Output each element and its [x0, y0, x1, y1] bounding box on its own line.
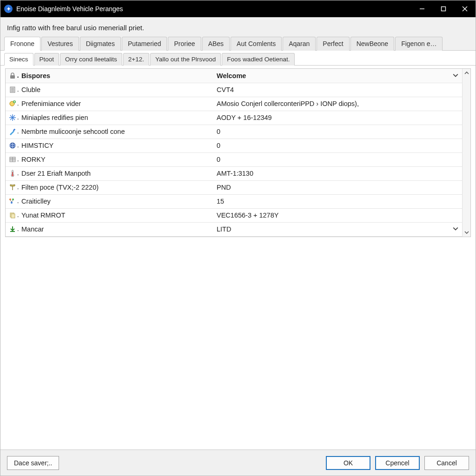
globe-icon: [8, 141, 17, 150]
property-header-name: Bispores: [19, 69, 214, 83]
property-name: Cluble: [19, 83, 214, 97]
property-row[interactable]: Miniaples redifies pienAODY + 16-12349: [6, 111, 462, 125]
property-row[interactable]: Dser 21 Eriaft ManpothAMT-1:3130: [6, 166, 462, 180]
property-table: BisporesWelcomeClubleCVT4Prefenimiance v…: [6, 69, 462, 237]
property-header-value: Welcome: [214, 69, 449, 83]
close-button[interactable]: [454, 0, 476, 17]
property-name: Mancar: [19, 222, 214, 236]
svg-point-30: [9, 198, 11, 200]
property-name: Craiticlley: [19, 194, 214, 208]
tab-primary[interactable]: Vestures: [41, 37, 79, 51]
property-value[interactable]: 0: [214, 139, 449, 152]
scroll-up-icon[interactable]: [463, 70, 470, 76]
property-name: HIMSTICY: [19, 139, 214, 152]
svg-rect-27: [12, 172, 13, 175]
tab-primary[interactable]: Diigmates: [80, 37, 121, 51]
ok-button[interactable]: OK: [326, 456, 370, 470]
property-value[interactable]: AMosio Conjerl collerconteriPPD › IONP d…: [214, 97, 449, 111]
property-value[interactable]: AODY + 16-12349: [214, 111, 449, 125]
property-name: Prefenimiance vider: [19, 97, 214, 111]
property-value[interactable]: 0: [214, 152, 449, 166]
tab-primary[interactable]: Perfect: [317, 37, 349, 51]
property-scroll: BisporesWelcomeClubleCVT4Prefenimiance v…: [6, 69, 462, 237]
stack-icon: [8, 211, 17, 219]
property-name: Nembrte mulicoonje sehcootl cone: [19, 125, 214, 139]
tab-secondary[interactable]: 2+12.: [123, 53, 149, 66]
property-value[interactable]: VEC1656-3 + 1278Y: [214, 208, 449, 222]
tab-primary[interactable]: Figenon e…: [395, 37, 443, 51]
property-row[interactable]: Nembrte mulicoonje sehcootl cone0: [6, 125, 462, 139]
blank-area: [0, 242, 476, 450]
filter-icon: [8, 183, 17, 192]
tab-primary[interactable]: Aqaran: [283, 37, 316, 51]
property-name: Yunat RMROT: [19, 208, 214, 222]
property-value[interactable]: 15: [214, 194, 449, 208]
tab-primary[interactable]: Proriee: [168, 37, 201, 51]
titlebar: ✦ Enoise Diagnleimb Vehicle Peranges: [0, 0, 476, 17]
tab-secondary[interactable]: Sinecs: [4, 53, 33, 66]
property-value[interactable]: PND: [214, 180, 449, 194]
property-name: Miniaples redifies pien: [19, 111, 214, 125]
brush-icon: [8, 127, 17, 136]
download-icon: [8, 225, 17, 233]
vertical-scrollbar[interactable]: [462, 69, 470, 237]
doc-icon: [8, 86, 17, 94]
property-value[interactable]: AMT-1:3130: [214, 166, 449, 180]
property-row[interactable]: MancarLITD: [6, 222, 462, 236]
property-row[interactable]: RORKY0: [6, 152, 462, 166]
svg-rect-29: [12, 186, 13, 190]
window-controls: [411, 0, 476, 17]
dialog-description: Infig ratto with free barul usio meneria…: [0, 17, 476, 36]
property-row[interactable]: ClubleCVT4: [6, 83, 462, 97]
property-value[interactable]: LITD: [214, 222, 449, 236]
tab-primary[interactable]: Fronone: [4, 37, 40, 51]
save-button[interactable]: Dace saver;..: [7, 456, 59, 470]
svg-line-33: [10, 200, 12, 202]
tab-primary[interactable]: NewBeone: [350, 37, 395, 51]
property-row[interactable]: Craiticlley15: [6, 194, 462, 208]
minimize-button[interactable]: [411, 0, 433, 17]
svg-point-32: [11, 202, 13, 204]
star-cross-icon: [8, 113, 17, 122]
property-name: RORKY: [19, 152, 214, 166]
scroll-down-icon[interactable]: [463, 229, 470, 236]
cancel-button[interactable]: Cancel: [424, 456, 469, 470]
content-area: BisporesWelcomeClubleCVT4Prefenimiance v…: [0, 66, 476, 242]
property-row[interactable]: Prefenimiance viderAMosio Conjerl coller…: [6, 97, 462, 111]
svg-rect-37: [10, 231, 15, 232]
lock-icon: [8, 72, 17, 80]
property-row[interactable]: HIMSTICY0: [6, 139, 462, 152]
tree-icon: [8, 197, 17, 205]
thermometer-icon: [8, 169, 17, 178]
property-panel: BisporesWelcomeClubleCVT4Prefenimiance v…: [5, 68, 471, 237]
tabs-primary: FrononeVesturesDiigmatesPutameriedProrie…: [0, 36, 476, 51]
app-icon: ✦: [4, 5, 13, 13]
property-value[interactable]: CVT4: [214, 83, 449, 97]
tabs-secondary: SinecsPtootOrry cond lleetalits2+12.Yall…: [0, 51, 476, 66]
property-row[interactable]: Filten poce (TVX;-2 2220)PND: [6, 180, 462, 194]
window-title: Enoise Diagnleimb Vehicle Peranges: [16, 5, 411, 13]
tab-secondary[interactable]: Orry cond lleetalits: [60, 53, 122, 66]
svg-point-31: [12, 198, 14, 200]
tab-secondary[interactable]: Yallo out the Plrsvood: [150, 53, 221, 66]
property-row[interactable]: Yunat RMROTVEC1656-3 + 1278Y: [6, 208, 462, 222]
svg-rect-1: [442, 7, 446, 11]
tab-secondary[interactable]: Ptoot: [34, 53, 60, 66]
property-header-row: BisporesWelcome: [6, 69, 462, 83]
tab-primary[interactable]: Aut Comlents: [231, 37, 282, 51]
property-name: Filten poce (TVX;-2 2220): [19, 180, 214, 194]
tab-primary[interactable]: ABes: [202, 37, 230, 51]
globe-plus-icon: [8, 99, 17, 108]
property-value[interactable]: 0: [214, 125, 449, 139]
dialog-window: ✦ Enoise Diagnleimb Vehicle Peranges Inf…: [0, 0, 476, 476]
tab-primary[interactable]: Putameried: [122, 37, 167, 51]
svg-rect-4: [10, 75, 15, 79]
svg-rect-17: [13, 129, 16, 132]
maximize-button[interactable]: [433, 0, 454, 17]
svg-line-34: [12, 200, 13, 202]
cpencel-button[interactable]: Cpencel: [375, 456, 420, 470]
tab-secondary[interactable]: Foos wadled Oetienat.: [222, 53, 295, 66]
button-bar: Dace saver;.. OK Cpencel Cancel: [0, 450, 476, 476]
chevron-down-icon[interactable]: [453, 72, 458, 79]
chevron-down-icon[interactable]: [453, 225, 458, 233]
